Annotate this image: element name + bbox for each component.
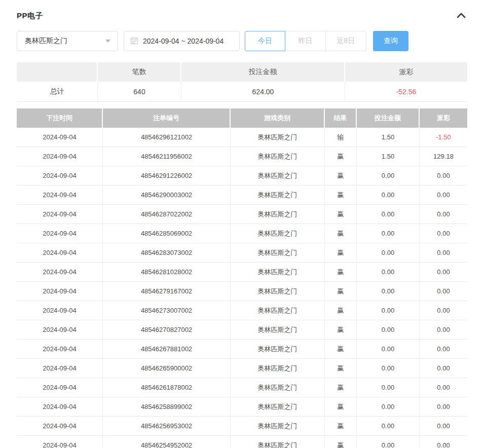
cell-bet: 0.00 xyxy=(357,282,420,301)
panel-header: PP电子 xyxy=(17,10,468,21)
cell-time: 2024-09-04 xyxy=(17,147,103,166)
cell-result: 赢 xyxy=(325,263,357,282)
cell-bet: 0.00 xyxy=(357,263,420,282)
cell-bet: 0.00 xyxy=(357,417,420,436)
table-row: 2024-09-0448546265900002奥林匹斯之门赢0.000.00 xyxy=(17,359,467,378)
cell-payout: 0.00 xyxy=(420,320,467,340)
bets-table: 下注时间 注单编号 游戏类别 结果 投注金额 派彩 2024-09-044854… xyxy=(17,108,467,448)
report-panel: PP电子 奥林匹斯之门 xyxy=(0,0,485,448)
cell-result: 赢 xyxy=(325,397,357,417)
game-select-value: 奥林匹斯之门 xyxy=(25,36,67,46)
game-select[interactable]: 奥林匹斯之门 xyxy=(17,31,118,51)
date-range-input[interactable]: 2024-09-04 ~ 2024-09-04 xyxy=(124,31,240,51)
bets-header-payout: 派彩 xyxy=(420,108,467,128)
cell-payout: 0.00 xyxy=(420,301,467,320)
cell-game: 奥林匹斯之门 xyxy=(231,263,325,282)
table-row: 2024-09-0448546256953002奥林匹斯之门赢0.000.00 xyxy=(17,417,467,436)
cell-result: 赢 xyxy=(325,359,357,378)
table-row: 2024-09-0448546285069002奥林匹斯之门赢0.000.00 xyxy=(17,224,467,243)
cell-order-id: 48546279167002 xyxy=(103,282,231,301)
cell-game: 奥林匹斯之门 xyxy=(231,301,325,320)
cell-time: 2024-09-04 xyxy=(17,417,103,436)
cell-game: 奥林匹斯之门 xyxy=(231,417,325,436)
cell-time: 2024-09-04 xyxy=(17,205,103,224)
cell-game: 奥林匹斯之门 xyxy=(231,224,325,243)
bets-header-order-id: 注单编号 xyxy=(103,108,231,128)
cell-payout: 0.00 xyxy=(420,243,467,263)
cell-game: 奥林匹斯之门 xyxy=(231,397,325,417)
collapse-button[interactable] xyxy=(454,12,468,20)
summary-header-payout: 派彩 xyxy=(345,62,467,82)
cell-result: 赢 xyxy=(325,417,357,436)
cell-payout: 0.00 xyxy=(420,397,467,417)
cell-payout: 129.18 xyxy=(420,147,467,166)
bets-header-game: 游戏类别 xyxy=(231,108,325,128)
cell-payout: 0.00 xyxy=(420,417,467,436)
cell-payout: 0.00 xyxy=(420,166,467,185)
cell-time: 2024-09-04 xyxy=(17,320,103,340)
cell-bet: 0.00 xyxy=(357,436,420,448)
table-row: 2024-09-0448546273007002奥林匹斯之门赢0.000.00 xyxy=(17,301,467,320)
cell-game: 奥林匹斯之门 xyxy=(231,243,325,263)
cell-payout: -1.50 xyxy=(420,128,467,147)
cell-order-id: 48546283073002 xyxy=(103,243,231,263)
quick-filter-yesterday[interactable]: 昨日 xyxy=(285,31,326,51)
summary-total-count: 640 xyxy=(98,82,181,102)
table-row: 2024-09-0448546290003002奥林匹斯之门赢0.000.00 xyxy=(17,185,467,205)
cell-result: 赢 xyxy=(325,340,357,359)
cell-time: 2024-09-04 xyxy=(17,224,103,243)
summary-total-payout: -52.56 xyxy=(345,82,467,102)
summary-header-count: 笔数 xyxy=(98,62,181,82)
chevron-down-icon xyxy=(105,40,110,43)
summary-table: 笔数 投注金额 派彩 总计 640 624.00 -52.56 xyxy=(17,62,467,102)
date-range-value: 2024-09-04 ~ 2024-09-04 xyxy=(143,37,223,45)
page-title: PP电子 xyxy=(17,11,43,21)
bets-header-time: 下注时间 xyxy=(17,108,103,128)
table-row: 2024-09-0448546261878002奥林匹斯之门赢0.000.00 xyxy=(17,378,467,397)
cell-time: 2024-09-04 xyxy=(17,301,103,320)
summary-total-row: 总计 640 624.00 -52.56 xyxy=(17,82,467,102)
cell-time: 2024-09-04 xyxy=(17,185,103,205)
cell-bet: 0.00 xyxy=(357,243,420,263)
cell-order-id: 48546261878002 xyxy=(103,378,231,397)
table-row: 2024-09-0448546258899002奥林匹斯之门赢0.000.00 xyxy=(17,397,467,417)
quick-filter-today[interactable]: 今日 xyxy=(245,31,285,51)
cell-result: 赢 xyxy=(325,166,357,185)
cell-payout: 0.00 xyxy=(420,185,467,205)
cell-order-id: 48546296121002 xyxy=(103,128,231,147)
cell-game: 奥林匹斯之门 xyxy=(231,320,325,340)
table-row: 2024-09-0448546267881002奥林匹斯之门赢0.000.00 xyxy=(17,340,467,359)
summary-header-bet-amount: 投注金额 xyxy=(181,62,345,82)
search-button[interactable]: 查询 xyxy=(373,31,408,51)
cell-game: 奥林匹斯之门 xyxy=(231,185,325,205)
cell-result: 赢 xyxy=(325,243,357,263)
cell-order-id: 48546258899002 xyxy=(103,397,231,417)
cell-bet: 0.00 xyxy=(357,397,420,417)
table-row: 2024-09-0448546281028002奥林匹斯之门赢0.000.00 xyxy=(17,263,467,282)
table-row: 2024-09-0448546254952002奥林匹斯之门赢0.000.00 xyxy=(17,436,467,448)
cell-bet: 0.00 xyxy=(357,166,420,185)
cell-order-id: 48546265900002 xyxy=(103,359,231,378)
quick-filter-group: 今日 昨日 近8日 xyxy=(245,31,366,51)
cell-time: 2024-09-04 xyxy=(17,359,103,378)
cell-game: 奥林匹斯之门 xyxy=(231,205,325,224)
table-row: 2024-09-0448546296121002奥林匹斯之门输1.50-1.50 xyxy=(17,128,467,147)
cell-order-id: 48546267881002 xyxy=(103,340,231,359)
table-row: 2024-09-0448546291226002奥林匹斯之门赢0.000.00 xyxy=(17,166,467,185)
cell-game: 奥林匹斯之门 xyxy=(231,282,325,301)
table-row: 2024-09-0448546279167002奥林匹斯之门赢0.000.00 xyxy=(17,282,467,301)
cell-game: 奥林匹斯之门 xyxy=(231,340,325,359)
cell-time: 2024-09-04 xyxy=(17,128,103,147)
cell-order-id: 48546211956002 xyxy=(103,147,231,166)
cell-game: 奥林匹斯之门 xyxy=(231,166,325,185)
cell-payout: 0.00 xyxy=(420,263,467,282)
cell-time: 2024-09-04 xyxy=(17,263,103,282)
cell-game: 奥林匹斯之门 xyxy=(231,378,325,397)
quick-filter-last8days[interactable]: 近8日 xyxy=(326,31,366,51)
cell-bet: 0.00 xyxy=(357,359,420,378)
cell-game: 奥林匹斯之门 xyxy=(231,147,325,166)
bets-header-result: 结果 xyxy=(325,108,357,128)
cell-payout: 0.00 xyxy=(420,340,467,359)
cell-order-id: 48546287022002 xyxy=(103,205,231,224)
cell-payout: 0.00 xyxy=(420,359,467,378)
